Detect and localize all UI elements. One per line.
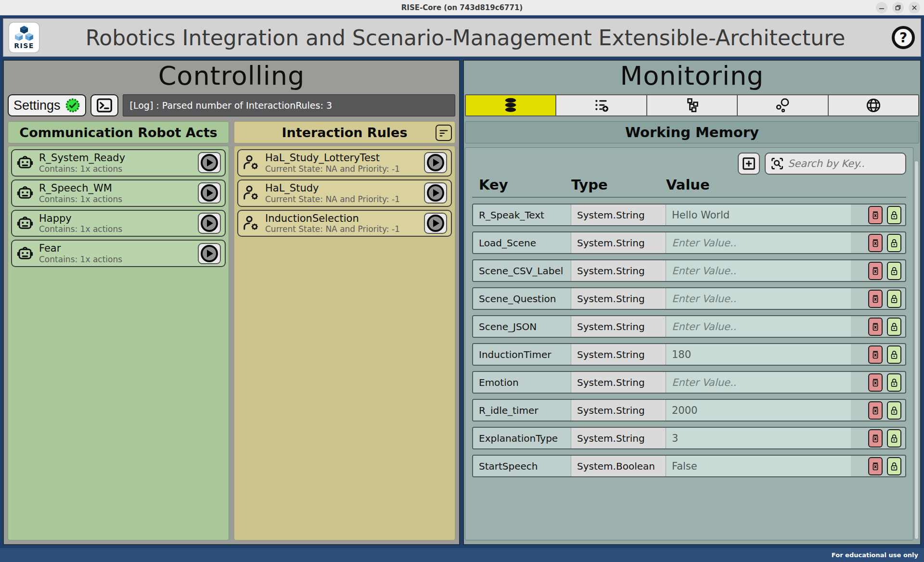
robot-act-item[interactable]: Happy Contains: 1x actions xyxy=(11,210,226,237)
interaction-rule-item[interactable]: HaL_Study Current State: NA and Priority… xyxy=(237,179,452,207)
table-row: Emotion System.String xyxy=(472,371,906,394)
delete-entry-button[interactable] xyxy=(868,290,883,308)
tab-rule-editor[interactable] xyxy=(555,94,647,116)
nodes-icon xyxy=(773,97,792,114)
key-cell: Load_Scene xyxy=(473,232,571,253)
value-input[interactable] xyxy=(666,456,851,476)
help-button[interactable]: ? xyxy=(892,26,915,49)
lock-entry-button[interactable] xyxy=(887,429,901,447)
act-detail: Contains: 1x actions xyxy=(39,255,193,264)
play-icon xyxy=(201,245,218,262)
key-cell: Scene_CSV_Label xyxy=(473,260,571,281)
robot-act-item[interactable]: R_Speech_WM Contains: 1x actions xyxy=(11,179,226,207)
value-input[interactable] xyxy=(666,288,851,309)
value-input[interactable] xyxy=(666,316,851,337)
settings-button[interactable]: Settings xyxy=(8,94,86,116)
play-icon xyxy=(201,154,218,171)
act-detail: Contains: 1x actions xyxy=(39,194,193,204)
act-detail: Contains: 1x actions xyxy=(39,224,193,234)
delete-entry-button[interactable] xyxy=(868,318,883,336)
trash-x-icon xyxy=(871,293,880,305)
trash-x-icon xyxy=(871,237,880,249)
footer-bar: For educational use only xyxy=(0,548,924,562)
log-text: [Log] : Parsed number of InteractionRule… xyxy=(130,100,332,111)
play-rule-button[interactable] xyxy=(424,213,447,234)
person-gear-icon xyxy=(242,184,260,202)
delete-entry-button[interactable] xyxy=(868,373,883,392)
lock-entry-button[interactable] xyxy=(887,262,901,280)
main-panels: Controlling Settings xyxy=(3,60,921,545)
lock-icon xyxy=(889,265,899,277)
trash-x-icon xyxy=(871,209,880,221)
play-rule-button[interactable] xyxy=(424,152,447,173)
lock-entry-button[interactable] xyxy=(887,290,901,308)
interaction-rule-item[interactable]: HaL_Study_LotteryTest Current State: NA … xyxy=(237,149,452,177)
value-input[interactable] xyxy=(666,372,851,393)
play-rule-button[interactable] xyxy=(424,182,447,204)
robot-acts-list: R_System_Ready Contains: 1x actions xyxy=(8,146,229,540)
play-act-button[interactable] xyxy=(198,182,221,204)
lock-entry-button[interactable] xyxy=(887,318,901,336)
value-input[interactable] xyxy=(666,260,851,281)
log-status-bar: [Log] : Parsed number of InteractionRule… xyxy=(123,94,455,116)
delete-entry-button[interactable] xyxy=(868,429,883,447)
maximize-button[interactable] xyxy=(892,2,904,13)
play-icon xyxy=(427,154,444,171)
scrollbar[interactable] xyxy=(914,161,919,539)
lock-entry-button[interactable] xyxy=(887,401,901,420)
delete-entry-button[interactable] xyxy=(868,206,883,224)
trash-x-icon xyxy=(871,433,880,444)
play-act-button[interactable] xyxy=(198,152,221,173)
database-icon xyxy=(501,97,520,114)
interaction-rule-item[interactable]: InductionSelection Current State: NA and… xyxy=(237,210,452,237)
lock-entry-button[interactable] xyxy=(887,373,901,392)
trash-x-icon xyxy=(871,405,880,416)
lock-icon xyxy=(889,460,899,472)
tab-nodes[interactable] xyxy=(737,94,828,116)
type-cell: System.String xyxy=(571,204,666,225)
column-header-key: Key xyxy=(472,177,571,193)
tab-working-memory[interactable] xyxy=(465,94,556,116)
working-memory-header: Working Memory xyxy=(465,121,919,143)
value-input[interactable] xyxy=(666,428,851,448)
play-act-button[interactable] xyxy=(198,243,221,264)
value-input[interactable] xyxy=(666,400,851,421)
filter-rules-button[interactable] xyxy=(436,125,452,141)
robot-icon xyxy=(16,184,34,202)
controlling-toolbar: Settings [Log] : Parsed number of Intera… xyxy=(8,94,455,116)
footer-note: For educational use only xyxy=(832,551,918,559)
add-entry-button[interactable] xyxy=(738,153,760,175)
delete-entry-button[interactable] xyxy=(868,234,883,252)
lock-entry-button[interactable] xyxy=(887,206,901,224)
value-input[interactable] xyxy=(666,204,851,225)
lock-entry-button[interactable] xyxy=(887,234,901,252)
close-button[interactable] xyxy=(909,2,920,13)
key-cell: ExplanationType xyxy=(473,428,571,448)
value-input[interactable] xyxy=(666,232,851,253)
delete-entry-button[interactable] xyxy=(868,262,883,280)
interaction-rules-list: HaL_Study_LotteryTest Current State: NA … xyxy=(234,146,455,540)
delete-entry-button[interactable] xyxy=(868,345,883,364)
tab-hierarchy[interactable] xyxy=(646,94,738,116)
delete-entry-button[interactable] xyxy=(868,401,883,420)
terminal-icon xyxy=(96,98,113,113)
type-cell: System.String xyxy=(571,260,666,281)
minimize-button[interactable] xyxy=(876,2,887,13)
type-cell: System.String xyxy=(571,288,666,309)
table-row: ExplanationType System.String xyxy=(472,427,906,449)
value-input[interactable] xyxy=(666,344,851,365)
lock-entry-button[interactable] xyxy=(887,345,901,364)
search-input[interactable] xyxy=(788,158,901,169)
robot-act-item[interactable]: Fear Contains: 1x actions xyxy=(11,240,226,267)
play-act-button[interactable] xyxy=(198,213,221,234)
interaction-rules-column: Interaction Rules xyxy=(234,121,455,540)
window-title: RISE-Core (on 743d819c6771) xyxy=(401,3,523,12)
settings-label: Settings xyxy=(13,98,61,113)
trash-x-icon xyxy=(871,460,880,472)
robot-act-item[interactable]: R_System_Ready Contains: 1x actions xyxy=(11,149,226,177)
delete-entry-button[interactable] xyxy=(868,457,883,475)
filter-icon xyxy=(438,128,449,138)
tab-network[interactable] xyxy=(828,94,919,116)
terminal-button[interactable] xyxy=(90,94,118,116)
lock-entry-button[interactable] xyxy=(887,457,901,475)
